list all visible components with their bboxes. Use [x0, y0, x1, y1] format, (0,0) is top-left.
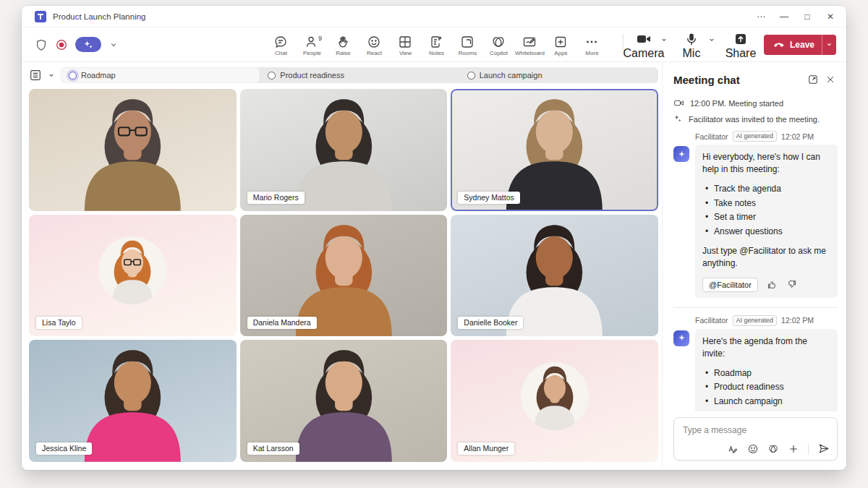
share-button[interactable]: Share: [726, 30, 755, 60]
window-minimize-button[interactable]: —: [773, 8, 796, 25]
bullet-item: Answer questions: [705, 226, 830, 238]
leave-label: Leave: [790, 40, 814, 50]
agenda-item-label: Product readiness: [280, 71, 344, 80]
leave-button[interactable]: Leave: [764, 35, 836, 55]
video-tile[interactable]: Danielle Booker: [451, 215, 658, 337]
copilot-pill-button[interactable]: [75, 37, 101, 52]
rooms-button[interactable]: Rooms: [454, 33, 482, 56]
message-header: Facilitator AI generated 12:02 PM: [695, 131, 838, 142]
agenda-item-roadmap[interactable]: Roadmap: [61, 67, 260, 83]
agenda-chevron-icon[interactable]: [47, 71, 56, 80]
window-more-button[interactable]: ⋯: [749, 8, 773, 25]
react-button[interactable]: React: [360, 33, 388, 56]
raise-hand-button[interactable]: Raise: [329, 33, 357, 56]
participant-name-tag: Lisa Taylo: [36, 317, 82, 329]
at-facilitator-button[interactable]: @Facilitator: [702, 278, 758, 292]
camera-button[interactable]: Camera: [629, 30, 658, 60]
close-chat-button[interactable]: [822, 72, 839, 87]
sender-name: Facilitator: [695, 316, 728, 325]
bullet-item: Track the agenda: [705, 183, 830, 195]
message-compose-box[interactable]: [673, 417, 838, 461]
radio-icon: [69, 72, 77, 80]
video-tile[interactable]: Mario Rogers: [240, 89, 448, 211]
more-button[interactable]: More: [578, 33, 606, 56]
video-tile[interactable]: Lisa Taylo: [29, 215, 237, 337]
video-tile[interactable]: Daniela Mandera: [240, 215, 448, 337]
agenda-bar: Roadmap Product readiness Launch campaig…: [61, 67, 658, 83]
raise-hand-icon: [336, 35, 350, 49]
notes-button[interactable]: Notes: [422, 33, 451, 56]
people-button[interactable]: 9 People: [298, 33, 326, 56]
participant-video: [29, 89, 237, 211]
thumbs-up-button[interactable]: [767, 279, 778, 290]
view-icon: [398, 35, 412, 49]
avatar-image: [98, 236, 166, 304]
agenda-item-label: Roadmap: [81, 71, 116, 80]
copilot-icon[interactable]: [767, 443, 779, 455]
message-bubble: Here's the agenda from the invite: Roadm…: [695, 329, 838, 411]
video-tile[interactable]: Jessica Kline: [29, 340, 237, 462]
apps-button[interactable]: Apps: [547, 33, 575, 56]
popout-chat-button[interactable]: [804, 72, 822, 87]
window-close-button[interactable]: ✕: [819, 8, 842, 25]
event-text: Facilitator was invited to the meeting.: [689, 115, 820, 124]
record-icon[interactable]: [55, 38, 68, 51]
avatar-image: [521, 362, 589, 430]
people-count-badge: 9: [318, 35, 322, 42]
whiteboard-button[interactable]: Whiteboard: [516, 33, 544, 56]
chat-button[interactable]: Chat: [267, 33, 295, 56]
agenda-item-launch-campaign[interactable]: Launch campaign: [459, 67, 658, 83]
format-icon[interactable]: [727, 443, 739, 455]
mic-chevron-icon[interactable]: [707, 35, 716, 44]
video-tile[interactable]: Allan Munger: [451, 340, 658, 462]
notes-icon: [429, 35, 443, 49]
toolbar-left-group: [35, 37, 119, 52]
chat-icon: [273, 35, 288, 49]
view-label: View: [399, 50, 412, 56]
share-icon: [733, 32, 748, 46]
rooms-label: Rooms: [459, 50, 477, 56]
attach-plus-icon[interactable]: [788, 443, 799, 455]
chat-message: Hi everybody, here's how I can help in t…: [673, 145, 838, 298]
window-maximize-button[interactable]: □: [796, 8, 819, 25]
chevron-down-icon[interactable]: [109, 40, 119, 50]
bullet-item: Launch campaign: [705, 395, 830, 408]
mic-label: Mic: [683, 47, 701, 60]
video-tile[interactable]: Sydney Mattos: [451, 89, 658, 211]
sparkle-icon: [82, 40, 94, 50]
whiteboard-label: Whiteboard: [515, 50, 545, 56]
copilot-label: Copilot: [490, 50, 508, 56]
message-input[interactable]: [683, 425, 831, 435]
copilot-button[interactable]: Copilot: [485, 33, 513, 56]
camera-icon: [673, 98, 684, 108]
participant-avatar: [521, 362, 589, 430]
view-button[interactable]: View: [391, 33, 420, 56]
sender-name: Facilitator: [695, 132, 728, 141]
leave-button-main[interactable]: Leave: [764, 40, 822, 50]
shield-icon[interactable]: [35, 38, 48, 51]
react-label: React: [367, 50, 382, 56]
thumbs-down-button[interactable]: [786, 279, 797, 290]
video-tile[interactable]: [29, 89, 237, 211]
bullet-item: Product readiness: [705, 381, 830, 393]
message-divider: [673, 307, 838, 308]
ai-generated-badge: AI generated: [733, 131, 778, 142]
camera-icon: [636, 32, 652, 46]
more-icon: [584, 35, 599, 49]
bullet-item: Take notes: [705, 197, 830, 210]
camera-chevron-icon[interactable]: [660, 35, 668, 44]
send-icon[interactable]: [817, 442, 830, 455]
agenda-list-icon[interactable]: [29, 69, 42, 82]
video-tile[interactable]: Kat Larsson: [240, 340, 448, 462]
message-text: Here's the agenda from the invite:: [702, 335, 830, 360]
react-icon: [367, 35, 381, 49]
meeting-stage: Roadmap Product readiness Launch campaig…: [22, 62, 662, 469]
leave-chevron[interactable]: [822, 35, 836, 55]
emoji-icon[interactable]: [747, 443, 759, 455]
mic-button[interactable]: Mic: [677, 30, 706, 60]
people-icon: [305, 35, 319, 49]
facilitator-sparkle-icon: [677, 150, 686, 159]
chat-message-list[interactable]: 12:00 PM. Meeting started Facilitator wa…: [663, 92, 846, 411]
agenda-item-product-readiness[interactable]: Product readiness: [260, 67, 459, 83]
chat-header: Meeting chat: [663, 62, 846, 92]
